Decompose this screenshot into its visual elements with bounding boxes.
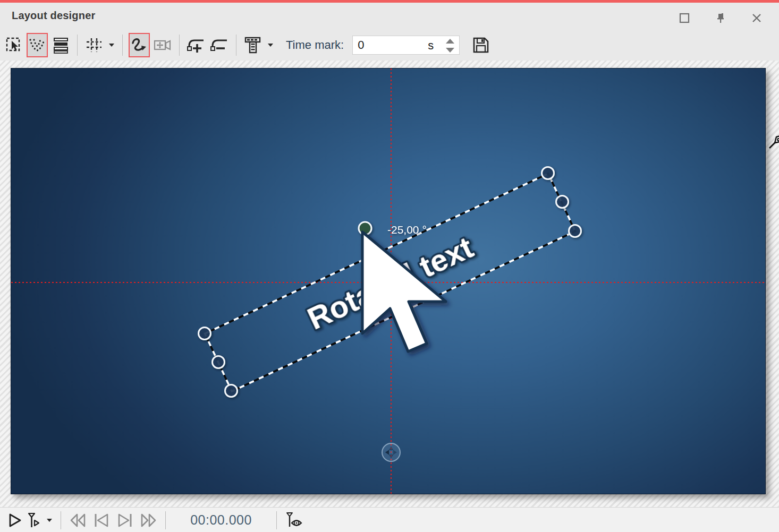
grid-snap-dropdown[interactable] [107,33,116,57]
path-minus-icon [210,36,229,54]
fast-forward-button[interactable] [137,509,160,532]
time-display: 00:00.000 [187,512,255,528]
skip-start-icon [93,513,110,528]
curve-arrow-icon [130,37,148,54]
play-from-mark-button[interactable] [24,509,44,532]
motion-path-tool[interactable] [27,33,48,57]
select-tool[interactable] [3,33,24,57]
toolbar-separator [77,35,78,56]
text-properties-dropdown[interactable] [266,33,275,57]
toolbar-separator [122,35,123,56]
time-mark-input[interactable] [353,36,427,54]
play-icon [6,512,22,528]
camera-pan-tool[interactable] [152,33,173,57]
window-controls [678,12,763,24]
bottom-separator [276,511,277,529]
handle-left-middle[interactable] [213,356,225,368]
curve-mode-tool[interactable] [129,33,150,57]
bottom-separator [61,511,61,529]
pen-edge-icon [768,132,779,150]
maximize-icon [679,12,690,24]
text-properties-tool[interactable] [242,33,264,57]
selection-overlay: Rotated text [11,68,766,495]
floppy-disk-icon [472,36,490,54]
center-move-handle[interactable] [382,443,400,461]
handle-bottom-left[interactable] [225,385,238,397]
skip-end-icon [116,513,133,528]
design-canvas[interactable]: Rotated text [11,68,766,494]
page-title: Layout designer [12,10,95,22]
add-path-point-tool[interactable] [185,33,207,57]
path-plus-icon [187,36,206,54]
toolbar-separator [179,35,180,56]
text-frame-icon [244,36,262,54]
handle-bottom-right[interactable] [569,225,581,237]
grid-icon [85,37,103,54]
chevron-down-icon [108,43,115,47]
skip-start-button[interactable] [90,509,113,532]
select-cursor-icon [5,37,22,54]
grid-snap-tool[interactable] [83,33,105,57]
rotation-readout: -25,00 ° [387,224,427,236]
close-button[interactable] [750,12,763,24]
preview-at-mark-button[interactable] [282,509,307,532]
double-right-icon [139,513,157,528]
dotted-path-icon [28,37,46,54]
time-mark-unit: s [428,39,434,53]
chevron-down-icon [46,518,53,522]
spinner-up-icon[interactable] [446,39,454,44]
handle-right-middle[interactable] [556,196,569,208]
skip-end-button[interactable] [113,509,137,532]
chevron-down-icon [267,43,274,47]
remove-path-point-tool[interactable] [209,33,230,57]
rewind-button[interactable] [66,509,90,532]
handle-top-left[interactable] [199,328,211,340]
maximize-button[interactable] [678,12,691,24]
layout-designer-window: Layout designer [0,0,779,532]
time-mark-spinner [444,37,456,54]
time-mark-field: s [352,36,460,55]
layer-order-tool[interactable] [50,33,71,57]
toolbar-separator [236,35,236,56]
pin-icon [715,12,726,24]
marker-eye-icon [285,512,304,529]
marker-play-icon [27,512,41,529]
title-bar[interactable]: Layout designer [0,3,779,30]
bottom-separator [165,511,166,529]
camera-pan-icon [153,37,172,53]
layers-icon [52,37,69,54]
spinner-down-icon[interactable] [446,48,454,53]
double-left-icon [69,513,87,528]
play-options-dropdown[interactable] [44,509,55,532]
time-mark-label: Time mark: [286,38,344,52]
pin-button[interactable] [714,12,727,24]
save-tool[interactable] [470,33,492,57]
workspace-background: Rotated text [0,61,779,507]
main-toolbar: Time mark: s [0,30,779,61]
play-button[interactable] [4,509,24,532]
handle-top-right[interactable] [542,167,554,179]
bottom-bar: 00:00.000 [0,507,779,532]
transport-controls: 00:00.000 [4,508,307,532]
close-icon [751,12,763,24]
